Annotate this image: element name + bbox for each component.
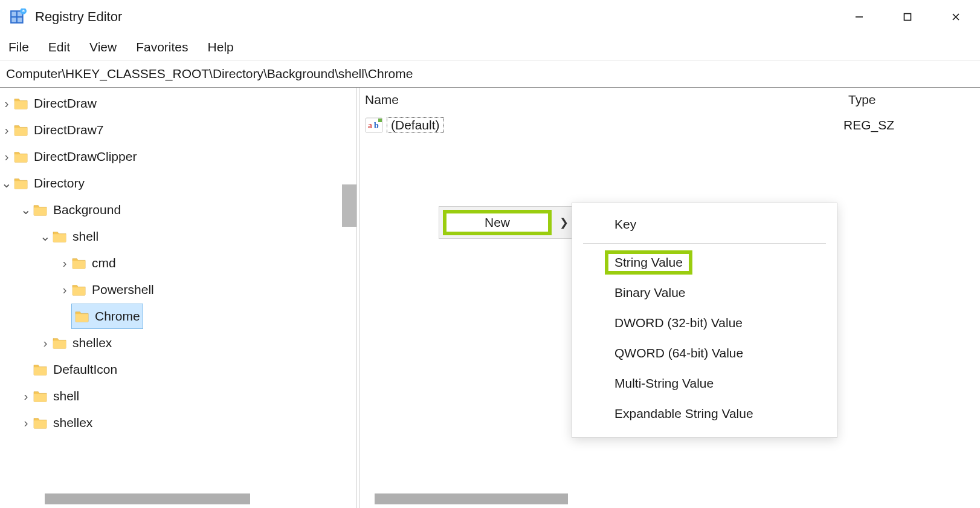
maximize-icon	[903, 13, 912, 21]
maximize-button[interactable]	[883, 0, 932, 33]
context-menu-item[interactable]: QWORD (64-bit) Value	[572, 338, 837, 368]
tree-item-label: DirectDraw7	[34, 118, 104, 142]
value-type: REG_SZ	[843, 118, 894, 132]
tree-item[interactable]: ›shellex	[0, 330, 356, 356]
chevron-right-icon[interactable]: ›	[58, 251, 71, 275]
context-menu-parent: New ❯	[439, 206, 573, 239]
column-header-type[interactable]: Type	[843, 93, 980, 107]
menu-file[interactable]: File	[8, 40, 29, 54]
context-menu-item[interactable]: Multi-String Value	[572, 368, 837, 399]
context-menu-item-label: Expandable String Value	[614, 406, 753, 421]
tree-item[interactable]: ›shell	[0, 383, 356, 409]
folder-icon	[13, 177, 29, 190]
tree-item[interactable]: ⌄Directory	[0, 170, 356, 197]
context-menu-item-new-label: New	[485, 215, 510, 230]
chevron-right-icon[interactable]: ›	[19, 384, 33, 408]
value-row[interactable]: (Default) REG_SZ	[360, 112, 980, 138]
context-menu-item[interactable]: DWORD (32-bit) Value	[572, 308, 837, 338]
chevron-right-icon[interactable]: ›	[0, 91, 13, 116]
folder-icon	[52, 230, 68, 243]
string-value-icon	[365, 117, 383, 133]
tree-item-label: Chrome	[95, 304, 140, 328]
list-horizontal-scrollbar[interactable]	[375, 493, 568, 504]
tree-item-label: Powershell	[92, 278, 154, 302]
folder-icon	[33, 363, 48, 376]
chevron-right-icon[interactable]: ›	[0, 118, 13, 142]
context-menu-item-label: Binary Value	[614, 285, 686, 300]
tree-item-label: DirectDrawClipper	[34, 145, 137, 169]
tree-item[interactable]: DefaultIcon	[0, 356, 356, 383]
folder-icon	[33, 389, 48, 403]
context-submenu: KeyString ValueBinary ValueDWORD (32-bit…	[572, 203, 837, 438]
chevron-down-icon[interactable]: ⌄	[0, 171, 13, 195]
tree-item-label: DefaultIcon	[53, 357, 117, 382]
close-icon	[952, 13, 960, 21]
folder-icon	[13, 123, 29, 137]
tree-horizontal-scrollbar[interactable]	[45, 493, 250, 504]
folder-icon	[74, 310, 90, 323]
folder-icon	[71, 283, 87, 296]
menubar: File Edit View Favorites Help	[0, 33, 980, 60]
tree-item-label: Background	[53, 198, 121, 222]
tree-item[interactable]: ›DirectDraw7	[0, 117, 356, 143]
chevron-down-icon[interactable]: ⌄	[19, 198, 33, 222]
context-menu-item-label: Key	[614, 217, 636, 232]
tree-item-label: Directory	[34, 171, 85, 195]
tree-item[interactable]: Chrome	[0, 303, 356, 330]
menu-help[interactable]: Help	[208, 40, 234, 54]
tree-item[interactable]: ⌄Background	[0, 197, 356, 223]
context-menu-item-label: String Value	[605, 250, 692, 275]
folder-icon	[33, 203, 48, 217]
context-menu-item[interactable]: Expandable String Value	[572, 399, 837, 429]
tree-item[interactable]: ›DirectDraw	[0, 90, 356, 117]
tree-item-label: shellex	[73, 331, 112, 355]
tree-item-label: cmd	[92, 251, 116, 275]
menu-favorites[interactable]: Favorites	[136, 40, 188, 54]
folder-icon	[33, 416, 48, 429]
tree-item-label: shellex	[53, 411, 92, 435]
folder-icon	[13, 150, 29, 163]
svg-rect-10	[904, 13, 911, 20]
tree-item[interactable]: ›Powershell	[0, 276, 356, 303]
tree-item[interactable]: ›DirectDrawClipper	[0, 143, 356, 170]
context-menu-item[interactable]: String Value	[572, 247, 837, 278]
context-menu-item-new[interactable]: New	[443, 210, 552, 235]
context-menu-item[interactable]: Binary Value	[572, 278, 837, 308]
tree-item[interactable]: ⌄shell	[0, 223, 356, 250]
chevron-right-icon[interactable]: ›	[39, 331, 52, 355]
minimize-button[interactable]	[835, 0, 883, 33]
menu-view[interactable]: View	[89, 40, 117, 54]
tree-item[interactable]: ›cmd	[0, 250, 356, 276]
folder-icon	[13, 97, 29, 110]
chevron-right-icon[interactable]: ›	[19, 411, 33, 435]
column-header-name[interactable]: Name	[360, 93, 843, 107]
tree-item-label: shell	[73, 224, 98, 249]
chevron-down-icon[interactable]: ⌄	[39, 224, 52, 249]
context-menu-item[interactable]: Key	[572, 209, 837, 239]
list-header: Name Type	[360, 88, 980, 112]
address-path: Computer\HKEY_CLASSES_ROOT\Directory\Bac…	[6, 67, 413, 81]
folder-icon	[71, 256, 87, 270]
context-menu-item-label: Multi-String Value	[614, 376, 714, 391]
tree-item-label: DirectDraw	[34, 91, 97, 116]
context-menu: New ❯ KeyString ValueBinary ValueDWORD (…	[439, 206, 837, 438]
tree-item[interactable]: ›shellex	[0, 409, 356, 436]
chevron-right-icon[interactable]: ›	[58, 278, 71, 302]
list-pane: Name Type (Default) REG_SZ New ❯ KeyStri…	[360, 88, 980, 508]
tree-vertical-scrollbar[interactable]	[342, 184, 356, 227]
address-bar[interactable]: Computer\HKEY_CLASSES_ROOT\Directory\Bac…	[0, 60, 980, 88]
value-name: (Default)	[387, 117, 444, 133]
close-button[interactable]	[932, 0, 980, 33]
folder-icon	[52, 336, 68, 350]
titlebar: Registry Editor	[0, 0, 980, 33]
chevron-right-icon[interactable]: ›	[0, 145, 13, 169]
context-menu-separator	[583, 243, 826, 244]
tree-pane: ›DirectDraw›DirectDraw7›DirectDrawClippe…	[0, 88, 356, 508]
window-title: Registry Editor	[35, 9, 122, 25]
regedit-app-icon	[10, 8, 27, 25]
minimize-icon	[855, 13, 863, 21]
tree-item-label: shell	[53, 384, 79, 408]
menu-edit[interactable]: Edit	[48, 40, 70, 54]
context-menu-item-label: DWORD (32-bit) Value	[614, 316, 743, 330]
context-menu-item-label: QWORD (64-bit) Value	[614, 346, 743, 360]
